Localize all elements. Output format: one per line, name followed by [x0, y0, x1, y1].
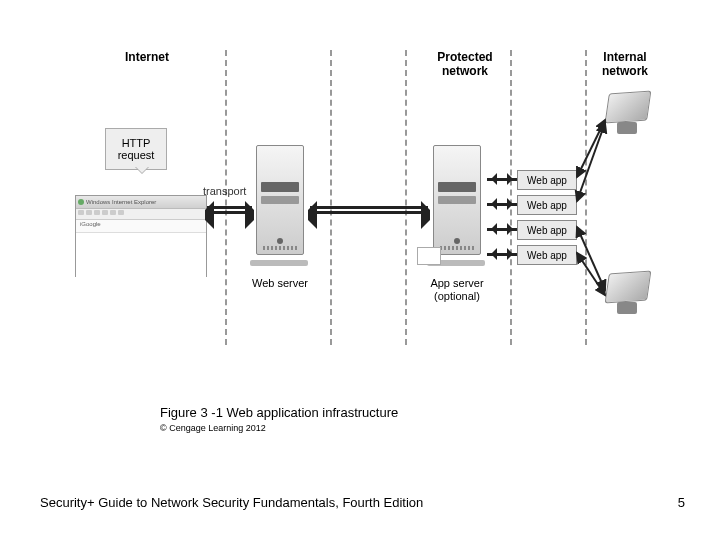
page-number: 5	[678, 495, 685, 510]
zone-internet-label: Internet	[125, 50, 169, 64]
http-request-callout: HTTP request	[105, 128, 167, 170]
svg-line-1	[577, 123, 605, 201]
web-server-label: Web server	[245, 277, 315, 290]
copyright-text: © Cengage Learning 2012	[160, 423, 266, 433]
web-app-infrastructure-diagram: Internet Protected network Internal netw…	[75, 50, 665, 370]
figure-caption: Figure 3 -1 Web application infrastructu…	[160, 405, 398, 420]
zone-protected-label: Protected network	[430, 50, 500, 79]
divider-2	[330, 50, 332, 345]
app-server-icon	[427, 145, 485, 263]
browser-tab: iGoogle	[76, 220, 206, 233]
divider-1	[225, 50, 227, 345]
web-app-box-3: Web app	[517, 220, 577, 240]
client-browser-icon: Windows Internet Explorer iGoogle	[75, 195, 207, 277]
divider-3	[405, 50, 407, 345]
slide-footer: Security+ Guide to Network Security Fund…	[40, 495, 423, 510]
http-request-text: HTTP request	[118, 137, 155, 161]
web-app-box-4: Web app	[517, 245, 577, 265]
browser-title: Windows Internet Explorer	[86, 199, 156, 205]
transport-label: transport	[203, 185, 246, 197]
web-server-icon	[250, 145, 308, 263]
web-app-box-1: Web app	[517, 170, 577, 190]
svg-line-0	[577, 120, 605, 177]
internal-arrows-icon	[575, 105, 615, 315]
web-app-box-2: Web app	[517, 195, 577, 215]
app-server-label: App server (optional)	[421, 277, 493, 302]
zone-internal-label: Internal network	[595, 50, 655, 79]
